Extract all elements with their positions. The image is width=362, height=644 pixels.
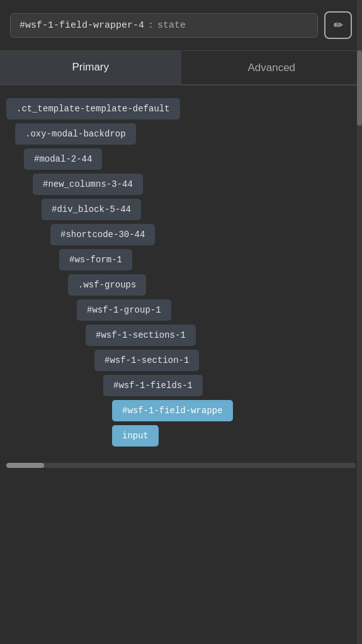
tree-item[interactable]: #wsf-1-group-1 xyxy=(6,299,356,325)
tree-item[interactable]: .oxy-modal-backdrop xyxy=(6,123,356,148)
tab-advanced[interactable]: Advanced xyxy=(181,51,363,84)
tree-item-label: #modal-2-44 xyxy=(24,148,102,170)
tree-item-label: .ct_template-template-default xyxy=(6,98,180,119)
tree-item-label: #wsf-1-section-1 xyxy=(94,350,199,371)
tree-item[interactable]: #new_columns-3-44 xyxy=(6,174,356,199)
tree-item-label: .oxy-modal-backdrop xyxy=(15,123,136,145)
tree-item-label: #ws-form-1 xyxy=(59,249,132,270)
tree-item[interactable]: #modal-2-44 xyxy=(6,148,356,174)
horizontal-scrollbar[interactable] xyxy=(6,463,356,468)
right-scrollbar-thumb xyxy=(357,50,362,126)
tree-item[interactable]: #wsf-1-section-1 xyxy=(6,350,356,375)
tree-item-label: .wsf-groups xyxy=(68,274,146,296)
tree-item[interactable]: #wsf-1-fields-1 xyxy=(6,375,356,400)
tree-item[interactable]: .ct_template-template-default xyxy=(6,98,356,123)
tree-item-label: #wsf-1-field-wrappe xyxy=(112,400,233,421)
edit-button[interactable]: ✏ xyxy=(324,11,352,39)
tree-item-label: #new_columns-3-44 xyxy=(33,174,143,195)
tab-primary[interactable]: Primary xyxy=(0,51,181,86)
tree-item[interactable]: #div_block-5-44 xyxy=(6,199,356,224)
edit-icon: ✏ xyxy=(334,18,343,32)
selector-colon: : xyxy=(148,20,154,31)
tabs-container: Primary Advanced xyxy=(0,51,362,86)
tree-item-label: #wsf-1-sections-1 xyxy=(86,325,196,346)
tree-item[interactable]: input xyxy=(6,425,356,450)
tree-container: .ct_template-template-default.oxy-modal-… xyxy=(0,86,362,463)
right-scrollbar[interactable] xyxy=(357,0,362,644)
tree-item[interactable]: #ws-form-1 xyxy=(6,249,356,274)
tree-item[interactable]: #wsf-1-field-wrappe xyxy=(6,400,356,425)
selector-display: #wsf-1-field-wrapper-4 : state xyxy=(10,13,318,38)
tree-item-label: #shortcode-30-44 xyxy=(50,224,155,245)
tree-item[interactable]: #wsf-1-sections-1 xyxy=(6,325,356,350)
tree-item-label: #wsf-1-fields-1 xyxy=(103,375,203,396)
selector-text: #wsf-1-field-wrapper-4 xyxy=(20,20,144,31)
tree-item-label: input xyxy=(112,425,159,447)
top-bar: #wsf-1-field-wrapper-4 : state ✏ xyxy=(0,0,362,51)
scrollbar-thumb xyxy=(6,463,44,468)
selector-state: state xyxy=(157,20,186,31)
tree-item-label: #wsf-1-group-1 xyxy=(77,299,171,321)
tree-item-label: #div_block-5-44 xyxy=(42,199,141,220)
tree-item[interactable]: #shortcode-30-44 xyxy=(6,224,356,249)
tree-item[interactable]: .wsf-groups xyxy=(6,274,356,299)
